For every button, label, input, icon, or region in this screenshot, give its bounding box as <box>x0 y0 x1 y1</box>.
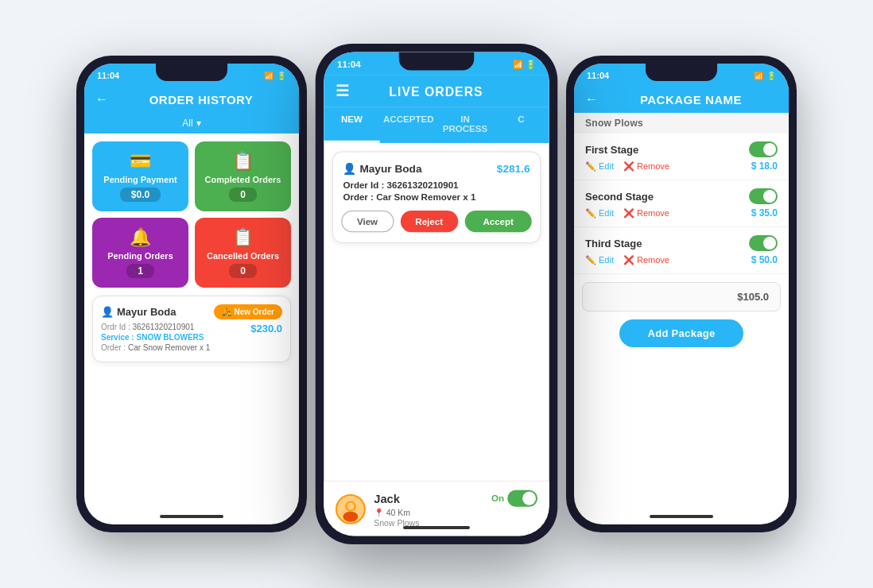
phone-package-name: 11:04 📶 🔋 ← PACKAGE NAME Snow Plows Firs… <box>566 56 797 532</box>
driver-status-toggle[interactable]: On <box>491 490 537 507</box>
stage-1-actions: ✏️ Edit ❌ Remove $ 18.0 <box>574 157 789 180</box>
stage-3-toggle[interactable] <box>749 235 778 251</box>
pending-orders-label: Pending Orders <box>107 251 173 261</box>
edit-icon-3: ✏️ <box>585 255 596 265</box>
phone-live-orders: 11:04 📶 🔋 ☰ LIVE ORDERS NEW ACCEPTED IN … <box>316 44 558 544</box>
accept-button[interactable]: Accept <box>464 211 532 232</box>
completed-orders-value: 0 <box>229 188 257 202</box>
pending-payment-value: $0.0 <box>120 188 161 202</box>
stage-1-name: First Stage <box>585 144 638 156</box>
battery-icon-3: 🔋 <box>766 72 776 80</box>
order-history-card: 👤 Mayur Boda 🛵 New Order Ordr Id : 36261… <box>92 296 291 362</box>
edit-icon-1: ✏️ <box>585 161 596 172</box>
stage-1-edit-button[interactable]: ✏️ Edit <box>585 161 614 172</box>
pending-orders-value: 1 <box>126 264 154 278</box>
remove-icon-2: ❌ <box>623 208 634 219</box>
stage-2-remove-button[interactable]: ❌ Remove <box>623 208 669 219</box>
battery-icon-2: 🔋 <box>526 60 536 69</box>
pending-payment-label: Pending Payment <box>103 175 177 184</box>
driver-distance: 📍 40 Km <box>374 509 537 518</box>
stage-1-toggle[interactable] <box>749 141 778 157</box>
stage-2-price: $ 35.0 <box>751 207 778 219</box>
back-arrow-3[interactable]: ← <box>585 92 598 106</box>
stage-1-row: First Stage <box>574 133 789 157</box>
wifi-icon-3: 📶 <box>754 72 763 80</box>
notch-3 <box>646 64 717 81</box>
stage-2-name: Second Stage <box>585 191 654 203</box>
package-section-label: Snow Plows <box>574 113 789 133</box>
notch-2 <box>399 52 475 71</box>
cancelled-orders-icon: 📋 <box>232 227 254 248</box>
driver-avatar <box>336 493 366 524</box>
stage-3-row: Third Stage <box>574 227 789 251</box>
live-order-item-row: Order : Car Snow Remover x 1 <box>343 192 530 203</box>
order-user-name: 👤 Mayur Boda <box>101 306 176 318</box>
completed-orders-icon: 📋 <box>232 151 254 172</box>
tab-in-process[interactable]: IN PROCESS <box>437 107 494 143</box>
view-button[interactable]: View <box>341 211 394 232</box>
notch-1 <box>156 64 227 81</box>
location-icon: 📍 <box>374 509 384 518</box>
filter-label[interactable]: All <box>182 118 192 129</box>
battery-icon: 🔋 <box>277 72 286 80</box>
live-order-tabs: NEW ACCEPTED IN PROCESS C <box>324 107 549 143</box>
stage-2-toggle[interactable] <box>749 188 778 204</box>
pending-payment-card[interactable]: 💳 Pending Payment $0.0 <box>92 141 188 211</box>
bottom-bar-3 <box>650 515 713 518</box>
stage-3-edit-button[interactable]: ✏️ Edit <box>585 255 614 265</box>
user-icon: 👤 <box>101 306 114 318</box>
stats-cards-grid: 💳 Pending Payment $0.0 📋 Completed Order… <box>84 133 299 296</box>
wifi-icon: 📶 <box>264 72 274 80</box>
bottom-bar-1 <box>160 515 223 518</box>
stage-1-price: $ 18.0 <box>751 161 778 172</box>
remove-icon-1: ❌ <box>623 161 634 172</box>
status-time-2: 11:04 <box>337 60 361 70</box>
cancelled-orders-card[interactable]: 📋 Cancelled Orders 0 <box>195 218 291 288</box>
cancelled-orders-value: 0 <box>229 264 257 278</box>
filter-chevron-icon[interactable]: ▾ <box>196 118 201 129</box>
status-icons-2: 📶 🔋 <box>513 60 536 69</box>
stage-2-actions: ✏️ Edit ❌ Remove $ 35.0 <box>574 204 789 227</box>
package-total: $105.0 <box>582 282 781 311</box>
edit-icon-2: ✏️ <box>585 208 596 219</box>
tab-c[interactable]: C <box>493 107 549 143</box>
live-user-name: 👤 Mayur Boda <box>343 162 421 175</box>
bottom-bar-2 <box>403 526 470 529</box>
pending-payment-icon: 💳 <box>130 151 151 172</box>
stage-2-edit-button[interactable]: ✏️ Edit <box>585 208 614 219</box>
pending-orders-card[interactable]: 🔔 Pending Orders 1 <box>92 218 188 288</box>
user-icon-2: 👤 <box>343 162 356 175</box>
completed-orders-card[interactable]: 📋 Completed Orders 0 <box>195 141 291 211</box>
status-icons-1: 📶 🔋 <box>264 72 286 80</box>
cancelled-orders-label: Cancelled Orders <box>207 251 279 261</box>
driver-name: Jack <box>374 492 400 505</box>
stage-3-remove-button[interactable]: ❌ Remove <box>623 255 669 265</box>
tab-new[interactable]: NEW <box>324 107 380 143</box>
completed-orders-label: Completed Orders <box>205 175 281 184</box>
live-order-price: $281.6 <box>497 162 530 175</box>
new-order-button[interactable]: 🛵 New Order <box>214 304 282 319</box>
order-items-row: Order : Car Snow Remover x 1 <box>101 343 282 352</box>
live-orders-title: LIVE ORDERS <box>389 84 483 99</box>
hamburger-menu-icon[interactable]: ☰ <box>336 82 350 100</box>
pending-orders-icon: 🔔 <box>130 227 151 248</box>
stage-3-actions: ✏️ Edit ❌ Remove $ 50.0 <box>574 251 789 274</box>
status-icons-3: 📶 🔋 <box>754 72 776 80</box>
stage-3-name: Third Stage <box>585 238 642 250</box>
reject-button[interactable]: Reject <box>400 211 457 232</box>
stage-2-row: Second Stage <box>574 180 789 204</box>
phone-order-history: 11:04 📶 🔋 ← ORDER HISTORY All ▾ 💳 P <box>76 56 307 532</box>
remove-icon-3: ❌ <box>623 255 634 265</box>
status-time-1: 11:04 <box>97 71 119 80</box>
order-id-row: Ordr Id : 36261320210901 $230.0 <box>101 323 282 331</box>
back-arrow-1[interactable]: ← <box>95 92 108 106</box>
status-time-3: 11:04 <box>587 71 609 80</box>
live-order-card: 👤 Mayur Boda $281.6 Order Id : 362613202… <box>332 151 541 242</box>
live-orders-header: ☰ LIVE ORDERS <box>324 75 549 107</box>
package-header: ← PACKAGE NAME <box>574 86 789 113</box>
toggle-pill[interactable] <box>507 490 537 507</box>
order-history-title: ORDER HISTORY <box>114 93 288 106</box>
tab-accepted[interactable]: ACCEPTED <box>380 107 437 143</box>
add-package-button[interactable]: Add Package <box>619 319 744 347</box>
stage-1-remove-button[interactable]: ❌ Remove <box>623 161 669 172</box>
